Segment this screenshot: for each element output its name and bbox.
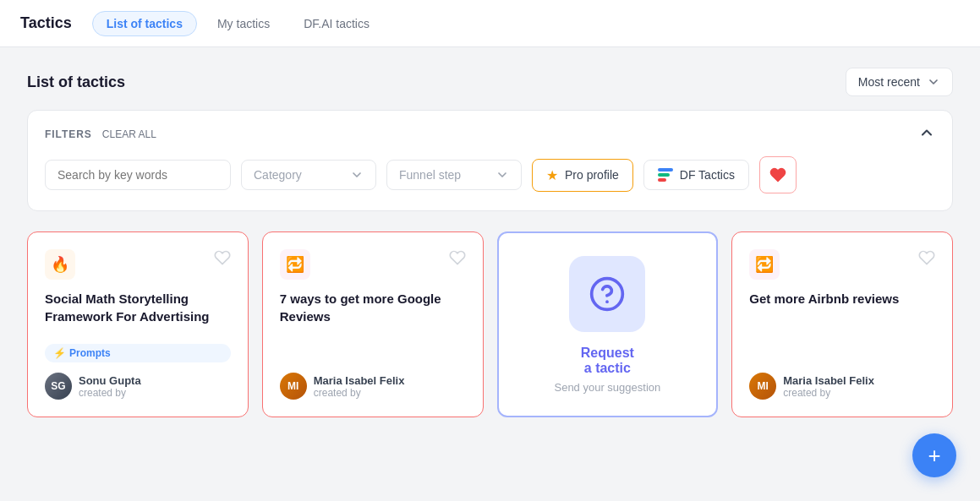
request-title: Request a tactic [581, 346, 634, 376]
card-footer: MI Maria Isabel Felix created by [749, 373, 935, 400]
section-header: List of tactics Most recent [27, 68, 953, 96]
card-footer: SG Sonu Gupta created by [45, 373, 231, 400]
filters-inputs: Category Funnel step ★ Pro profile DF Ta… [45, 156, 935, 193]
favorite-button[interactable] [449, 249, 466, 269]
chevron-down-icon [495, 168, 509, 182]
tab-my-tactics[interactable]: My tactics [204, 12, 283, 35]
tactics-cards-grid: 🔥 Social Math Storytelling Framework For… [27, 231, 953, 417]
filters-label: FILTERS [45, 128, 92, 140]
collapse-filters-button[interactable] [918, 124, 935, 144]
sort-dropdown[interactable]: Most recent [846, 68, 953, 96]
plus-icon: + [928, 443, 940, 469]
clear-all-button[interactable]: CLEAR ALL [102, 128, 156, 140]
author-info: Maria Isabel Felix created by [314, 374, 405, 399]
top-navigation: Tactics List of tactics My tactics DF.AI… [0, 0, 980, 47]
card-title: Social Math Storytelling Framework For A… [45, 290, 231, 334]
tactic-card[interactable]: 🔥 Social Math Storytelling Framework For… [27, 231, 249, 417]
author-info: Sonu Gupta created by [79, 374, 141, 399]
request-tactic-card[interactable]: Request a tactic Send your suggestion [497, 231, 719, 417]
card-icon: 🔥 [45, 249, 75, 280]
card-footer: MI Maria Isabel Felix created by [280, 373, 466, 400]
category-dropdown[interactable]: Category [241, 160, 376, 190]
question-mark-icon [589, 275, 626, 313]
author-info: Maria Isabel Felix created by [783, 374, 874, 399]
df-tactics-icon [658, 168, 673, 182]
lightning-icon: ⚡ [53, 347, 66, 359]
pro-profile-filter-button[interactable]: ★ Pro profile [532, 159, 633, 192]
search-input[interactable] [45, 160, 231, 190]
avatar: MI [280, 373, 307, 400]
funnel-step-dropdown[interactable]: Funnel step [386, 160, 522, 190]
filters-row-top: FILTERS CLEAR ALL [45, 124, 935, 144]
author-name: Maria Isabel Felix [314, 374, 405, 387]
created-by-label: created by [783, 387, 874, 399]
avatar: SG [45, 373, 72, 400]
request-icon-wrap [569, 256, 645, 332]
app-title: Tactics [20, 14, 72, 32]
section-title: List of tactics [27, 74, 125, 91]
card-title: 7 ways to get more Google Reviews [280, 290, 466, 362]
filters-label-group: FILTERS CLEAR ALL [45, 128, 156, 140]
request-subtitle: Send your suggestion [554, 381, 660, 394]
card-badge: ⚡ Prompts [45, 344, 231, 362]
pro-profile-label: Pro profile [565, 168, 619, 182]
df-tactics-label: DF Tactics [680, 168, 735, 182]
tab-list-of-tactics[interactable]: List of tactics [92, 11, 197, 36]
author-name: Maria Isabel Felix [783, 374, 874, 387]
tab-dfai-tactics[interactable]: DF.AI tactics [290, 12, 383, 35]
avatar: MI [749, 373, 776, 400]
created-by-label: created by [79, 387, 141, 399]
author-name: Sonu Gupta [79, 374, 141, 387]
card-top: 🔁 [280, 249, 466, 280]
favorite-button[interactable] [214, 249, 231, 269]
chevron-down-icon [927, 75, 940, 89]
card-title: Get more Airbnb reviews [749, 290, 935, 362]
main-content: List of tactics Most recent FILTERS CLEA… [0, 47, 980, 438]
heart-icon [769, 166, 786, 183]
funnel-label: Funnel step [399, 168, 461, 182]
favorite-button[interactable] [918, 249, 935, 269]
chevron-down-icon [350, 168, 364, 182]
favorites-filter-button[interactable] [759, 156, 797, 193]
card-top: 🔥 [45, 249, 231, 280]
filters-panel: FILTERS CLEAR ALL Category Funnel step ★… [27, 110, 953, 211]
star-icon: ★ [546, 167, 558, 183]
df-tactics-filter-button[interactable]: DF Tactics [643, 160, 749, 190]
tactic-card[interactable]: 🔁 7 ways to get more Google Reviews MI M… [262, 231, 484, 417]
sort-label: Most recent [858, 75, 920, 89]
created-by-label: created by [314, 387, 405, 399]
card-icon: 🔁 [280, 249, 310, 280]
card-icon: 🔁 [749, 249, 780, 280]
tactic-card[interactable]: 🔁 Get more Airbnb reviews MI Maria Isabe… [731, 231, 953, 417]
add-tactic-button[interactable]: + [912, 433, 956, 477]
category-label: Category [254, 168, 302, 182]
card-top: 🔁 [749, 249, 935, 280]
